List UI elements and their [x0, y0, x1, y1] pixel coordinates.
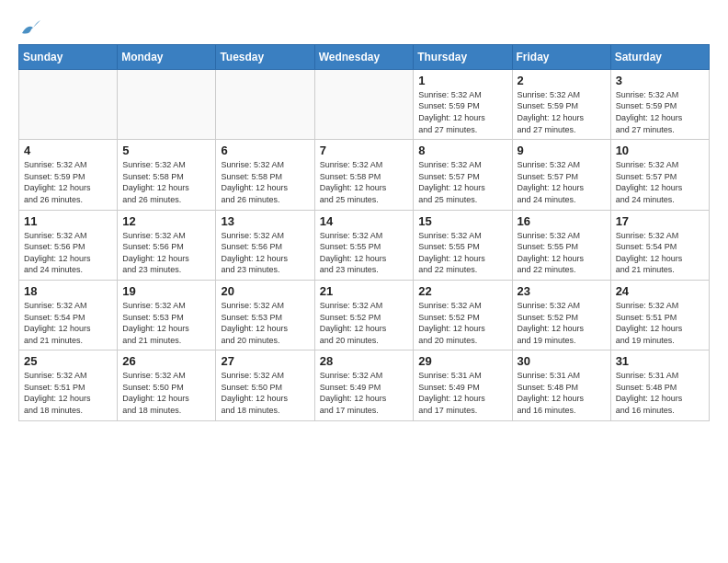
day-number: 28	[320, 354, 409, 368]
day-number: 3	[616, 74, 704, 87]
day-info: Sunrise: 5:32 AM Sunset: 5:54 PM Dayligh…	[24, 300, 112, 346]
day-info: Sunrise: 5:31 AM Sunset: 5:48 PM Dayligh…	[518, 370, 606, 416]
day-number: 30	[518, 354, 606, 368]
calendar-cell: 2Sunrise: 5:32 AM Sunset: 5:59 PM Daylig…	[512, 69, 610, 139]
day-info: Sunrise: 5:32 AM Sunset: 5:53 PM Dayligh…	[221, 300, 309, 346]
day-number: 18	[24, 284, 112, 298]
logo-bird-icon	[20, 20, 40, 37]
calendar-cell: 17Sunrise: 5:32 AM Sunset: 5:54 PM Dayli…	[610, 210, 709, 280]
calendar-cell: 3Sunrise: 5:32 AM Sunset: 5:59 PM Daylig…	[610, 69, 709, 139]
day-info: Sunrise: 5:32 AM Sunset: 5:57 PM Dayligh…	[418, 159, 506, 205]
day-number: 13	[221, 214, 309, 228]
calendar-week-row: 1Sunrise: 5:32 AM Sunset: 5:59 PM Daylig…	[19, 69, 710, 139]
day-number: 5	[122, 144, 210, 157]
day-number: 6	[221, 144, 309, 157]
calendar-table: SundayMondayTuesdayWednesdayThursdayFrid…	[18, 44, 710, 421]
day-number: 22	[418, 284, 506, 298]
day-info: Sunrise: 5:32 AM Sunset: 5:49 PM Dayligh…	[320, 370, 409, 416]
day-info: Sunrise: 5:32 AM Sunset: 5:59 PM Dayligh…	[418, 89, 506, 135]
day-info: Sunrise: 5:32 AM Sunset: 5:56 PM Dayligh…	[221, 230, 309, 276]
calendar-cell	[118, 69, 216, 139]
day-info: Sunrise: 5:32 AM Sunset: 5:59 PM Dayligh…	[518, 89, 606, 135]
day-info: Sunrise: 5:32 AM Sunset: 5:52 PM Dayligh…	[518, 300, 606, 346]
day-info: Sunrise: 5:32 AM Sunset: 5:50 PM Dayligh…	[122, 370, 210, 416]
calendar-cell	[314, 69, 414, 139]
day-info: Sunrise: 5:32 AM Sunset: 5:56 PM Dayligh…	[24, 230, 112, 276]
day-number: 17	[616, 214, 704, 228]
calendar-cell: 12Sunrise: 5:32 AM Sunset: 5:56 PM Dayli…	[118, 210, 216, 280]
day-number: 26	[122, 354, 210, 368]
weekday-header-friday: Friday	[512, 44, 610, 69]
calendar-cell: 15Sunrise: 5:32 AM Sunset: 5:55 PM Dayli…	[414, 210, 512, 280]
calendar-cell: 7Sunrise: 5:32 AM Sunset: 5:58 PM Daylig…	[314, 140, 414, 210]
day-info: Sunrise: 5:32 AM Sunset: 5:51 PM Dayligh…	[616, 300, 704, 346]
calendar-week-row: 4Sunrise: 5:32 AM Sunset: 5:59 PM Daylig…	[19, 140, 710, 210]
calendar-cell: 4Sunrise: 5:32 AM Sunset: 5:59 PM Daylig…	[19, 140, 118, 210]
day-info: Sunrise: 5:31 AM Sunset: 5:48 PM Dayligh…	[616, 370, 704, 416]
day-number: 8	[418, 144, 506, 157]
calendar-week-row: 25Sunrise: 5:32 AM Sunset: 5:51 PM Dayli…	[19, 350, 710, 420]
calendar-cell: 14Sunrise: 5:32 AM Sunset: 5:55 PM Dayli…	[314, 210, 414, 280]
calendar-cell: 11Sunrise: 5:32 AM Sunset: 5:56 PM Dayli…	[19, 210, 118, 280]
day-number: 10	[616, 144, 704, 157]
day-number: 16	[518, 214, 606, 228]
day-info: Sunrise: 5:31 AM Sunset: 5:49 PM Dayligh…	[418, 370, 506, 416]
page-header	[18, 15, 710, 37]
day-number: 4	[24, 144, 112, 157]
day-number: 25	[24, 354, 112, 368]
weekday-header-sunday: Sunday	[19, 44, 118, 69]
day-number: 21	[320, 284, 409, 298]
day-info: Sunrise: 5:32 AM Sunset: 5:51 PM Dayligh…	[24, 370, 112, 416]
day-number: 9	[518, 144, 606, 157]
day-info: Sunrise: 5:32 AM Sunset: 5:52 PM Dayligh…	[320, 300, 409, 346]
day-info: Sunrise: 5:32 AM Sunset: 5:50 PM Dayligh…	[221, 370, 309, 416]
calendar-cell: 25Sunrise: 5:32 AM Sunset: 5:51 PM Dayli…	[19, 350, 118, 420]
calendar-cell: 10Sunrise: 5:32 AM Sunset: 5:57 PM Dayli…	[610, 140, 709, 210]
day-info: Sunrise: 5:32 AM Sunset: 5:55 PM Dayligh…	[418, 230, 506, 276]
calendar-cell: 6Sunrise: 5:32 AM Sunset: 5:58 PM Daylig…	[216, 140, 314, 210]
calendar-cell: 27Sunrise: 5:32 AM Sunset: 5:50 PM Dayli…	[216, 350, 314, 420]
calendar-cell: 29Sunrise: 5:31 AM Sunset: 5:49 PM Dayli…	[414, 350, 512, 420]
weekday-header-wednesday: Wednesday	[314, 44, 414, 69]
calendar-cell: 8Sunrise: 5:32 AM Sunset: 5:57 PM Daylig…	[414, 140, 512, 210]
calendar-cell: 13Sunrise: 5:32 AM Sunset: 5:56 PM Dayli…	[216, 210, 314, 280]
calendar-cell: 21Sunrise: 5:32 AM Sunset: 5:52 PM Dayli…	[314, 280, 414, 350]
day-info: Sunrise: 5:32 AM Sunset: 5:57 PM Dayligh…	[616, 159, 704, 205]
calendar-cell: 16Sunrise: 5:32 AM Sunset: 5:55 PM Dayli…	[512, 210, 610, 280]
calendar-cell: 26Sunrise: 5:32 AM Sunset: 5:50 PM Dayli…	[118, 350, 216, 420]
calendar-week-row: 11Sunrise: 5:32 AM Sunset: 5:56 PM Dayli…	[19, 210, 710, 280]
day-number: 11	[24, 214, 112, 228]
day-info: Sunrise: 5:32 AM Sunset: 5:52 PM Dayligh…	[418, 300, 506, 346]
calendar-cell: 24Sunrise: 5:32 AM Sunset: 5:51 PM Dayli…	[610, 280, 709, 350]
calendar-cell: 23Sunrise: 5:32 AM Sunset: 5:52 PM Dayli…	[512, 280, 610, 350]
day-info: Sunrise: 5:32 AM Sunset: 5:53 PM Dayligh…	[122, 300, 210, 346]
calendar-cell: 30Sunrise: 5:31 AM Sunset: 5:48 PM Dayli…	[512, 350, 610, 420]
calendar-cell: 9Sunrise: 5:32 AM Sunset: 5:57 PM Daylig…	[512, 140, 610, 210]
weekday-header-thursday: Thursday	[414, 44, 512, 69]
calendar-cell: 28Sunrise: 5:32 AM Sunset: 5:49 PM Dayli…	[314, 350, 414, 420]
calendar-cell: 1Sunrise: 5:32 AM Sunset: 5:59 PM Daylig…	[414, 69, 512, 139]
calendar-week-row: 18Sunrise: 5:32 AM Sunset: 5:54 PM Dayli…	[19, 280, 710, 350]
calendar-cell: 18Sunrise: 5:32 AM Sunset: 5:54 PM Dayli…	[19, 280, 118, 350]
weekday-header-tuesday: Tuesday	[216, 44, 314, 69]
day-number: 29	[418, 354, 506, 368]
day-number: 12	[122, 214, 210, 228]
day-info: Sunrise: 5:32 AM Sunset: 5:59 PM Dayligh…	[616, 89, 704, 135]
day-number: 7	[320, 144, 409, 157]
calendar-cell	[216, 69, 314, 139]
day-number: 27	[221, 354, 309, 368]
day-number: 24	[616, 284, 704, 298]
day-info: Sunrise: 5:32 AM Sunset: 5:56 PM Dayligh…	[122, 230, 210, 276]
calendar-cell	[19, 69, 118, 139]
day-info: Sunrise: 5:32 AM Sunset: 5:58 PM Dayligh…	[320, 159, 409, 205]
calendar-cell: 19Sunrise: 5:32 AM Sunset: 5:53 PM Dayli…	[118, 280, 216, 350]
day-number: 19	[122, 284, 210, 298]
weekday-header-row: SundayMondayTuesdayWednesdayThursdayFrid…	[19, 44, 710, 69]
day-info: Sunrise: 5:32 AM Sunset: 5:58 PM Dayligh…	[122, 159, 210, 205]
day-number: 31	[616, 354, 704, 368]
weekday-header-saturday: Saturday	[610, 44, 709, 69]
day-info: Sunrise: 5:32 AM Sunset: 5:59 PM Dayligh…	[24, 159, 112, 205]
day-info: Sunrise: 5:32 AM Sunset: 5:57 PM Dayligh…	[518, 159, 606, 205]
day-number: 15	[418, 214, 506, 228]
day-info: Sunrise: 5:32 AM Sunset: 5:58 PM Dayligh…	[221, 159, 309, 205]
